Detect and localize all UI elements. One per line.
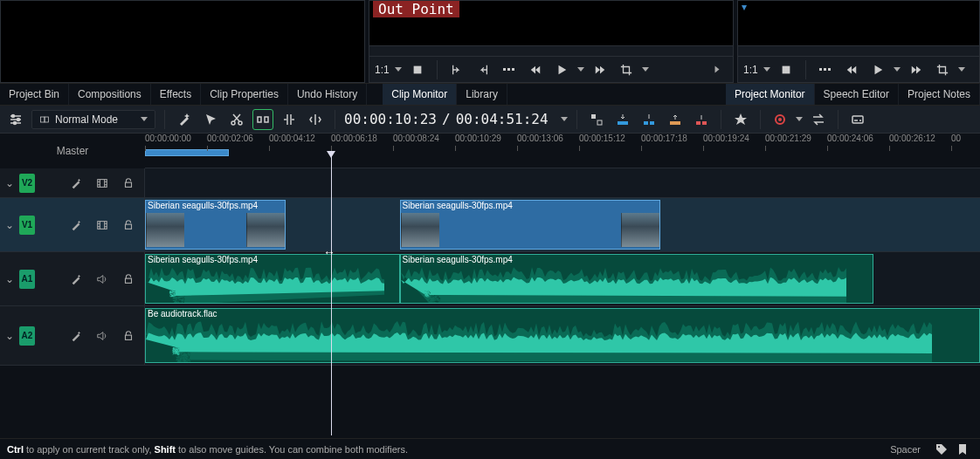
chevron-down-icon[interactable] — [894, 67, 901, 72]
clip[interactable]: Siberian seagulls-30fps.mp4 — [145, 254, 400, 304]
three-dots-icon[interactable] — [499, 59, 520, 80]
chevron-right-icon[interactable] — [707, 59, 728, 80]
zone-icon[interactable] — [586, 109, 607, 130]
monitor-ruler[interactable] — [369, 45, 733, 56]
forward-icon[interactable] — [590, 59, 611, 80]
speaker-icon[interactable] — [92, 269, 113, 290]
razor-icon[interactable] — [226, 109, 247, 130]
track-lane[interactable]: Siberian seagulls-30fps.mp4Siberian seag… — [145, 198, 980, 251]
play-icon[interactable] — [551, 59, 572, 80]
track-header[interactable]: ⌄A2 — [0, 306, 145, 365]
track-lane[interactable]: Be audiotrack.flac — [145, 306, 980, 365]
master-label[interactable]: Master — [0, 134, 145, 168]
track-header[interactable]: ⌄V1 — [0, 198, 145, 251]
effects-icon[interactable] — [66, 325, 86, 346]
record-icon[interactable] — [770, 109, 790, 130]
clip[interactable]: Siberian seagulls-30fps.mp4 — [145, 200, 286, 250]
ruler-tick: 00:00:21:29 — [765, 134, 811, 143]
monitor-controls: 1:1 — [369, 56, 733, 82]
track-header[interactable]: ⌄A1 — [0, 252, 145, 305]
tab-effects[interactable]: Effects — [151, 84, 201, 105]
stop-icon[interactable] — [776, 59, 797, 80]
effects-icon[interactable] — [66, 215, 86, 236]
tab-project-monitor[interactable]: Project Monitor — [726, 84, 815, 105]
lock-icon[interactable] — [118, 215, 139, 236]
film-icon[interactable] — [92, 215, 113, 236]
clip[interactable]: Siberian seagulls-30fps.mp4 — [400, 200, 660, 250]
monitor-preview[interactable] — [1, 1, 364, 82]
track-badge[interactable]: A1 — [19, 270, 35, 289]
expand-icon[interactable]: ⌄ — [5, 219, 14, 231]
expand-icon[interactable]: ⌄ — [5, 330, 14, 342]
chevron-down-icon[interactable] — [395, 67, 402, 72]
tab-undo-history[interactable]: Undo History — [288, 84, 367, 105]
bookmark-icon[interactable] — [952, 439, 973, 460]
timeline-ruler[interactable]: 00:00:00:0000:00:02:0600:00:04:1200:00:0… — [145, 134, 980, 168]
settings-icon[interactable] — [5, 109, 26, 130]
monitor-ruler[interactable] — [738, 45, 979, 56]
monitor-preview[interactable]: Out Point — [369, 1, 733, 45]
lock-icon[interactable] — [118, 173, 139, 194]
tab-clip-properties[interactable]: Clip Properties — [201, 84, 288, 105]
chevron-down-icon[interactable] — [577, 67, 584, 72]
ripple-icon[interactable] — [279, 109, 300, 130]
tag-icon[interactable] — [931, 439, 952, 460]
expand-icon[interactable]: ⌄ — [5, 273, 14, 285]
lock-icon[interactable] — [118, 325, 139, 346]
monitor-preview[interactable]: ▾ — [738, 1, 979, 45]
ruler-tick: 00:00:15:12 — [579, 134, 625, 143]
swap-icon[interactable] — [808, 109, 829, 130]
lock-icon[interactable] — [118, 269, 139, 290]
edit-mode-combo[interactable]: Normal Mode — [31, 110, 155, 129]
playhead[interactable] — [331, 156, 332, 435]
chevron-down-icon[interactable] — [796, 117, 803, 121]
favorite-icon[interactable] — [730, 109, 751, 130]
slip-icon[interactable] — [305, 109, 326, 130]
crop-icon[interactable] — [616, 59, 637, 80]
pointer-icon[interactable] — [200, 109, 221, 130]
clip[interactable]: Siberian seagulls-30fps.mp4 — [400, 254, 873, 304]
chevron-down-icon[interactable] — [763, 67, 770, 72]
track-badge[interactable]: V1 — [19, 216, 35, 235]
track-lane[interactable] — [145, 168, 980, 197]
three-dots-icon[interactable] — [815, 59, 836, 80]
effects-icon[interactable] — [66, 173, 86, 194]
tab-project-bin[interactable]: Project Bin — [0, 84, 69, 105]
lift-icon[interactable] — [691, 109, 712, 130]
track-lane[interactable]: Siberian seagulls-30fps.mp4Siberian seag… — [145, 252, 980, 305]
forward-icon[interactable] — [906, 59, 927, 80]
insert-icon[interactable] — [638, 109, 659, 130]
spacer-tool-icon[interactable] — [252, 109, 273, 130]
chevron-down-icon[interactable] — [561, 117, 568, 121]
timecode-current[interactable]: 00:00:10:23 — [344, 111, 437, 127]
svg-rect-21 — [852, 116, 863, 123]
magic-wand-icon[interactable] — [174, 109, 195, 130]
film-icon[interactable] — [92, 173, 113, 194]
set-out-icon[interactable] — [473, 59, 493, 80]
rewind-icon[interactable] — [841, 59, 862, 80]
track-badge[interactable]: A2 — [19, 326, 35, 346]
extract-icon[interactable] — [665, 109, 686, 130]
track-header[interactable]: ⌄V2 — [0, 168, 145, 197]
tab-project-notes[interactable]: Project Notes — [899, 84, 980, 105]
crop-icon[interactable] — [932, 59, 953, 80]
chevron-down-icon[interactable] — [958, 67, 965, 72]
tab-compositions[interactable]: Compositions — [69, 84, 151, 105]
effects-icon[interactable] — [66, 269, 86, 290]
timeline-selection[interactable] — [145, 149, 229, 156]
svg-rect-25 — [126, 224, 132, 229]
track-badge[interactable]: V2 — [19, 174, 35, 193]
tab-clip-monitor[interactable]: Clip Monitor — [383, 84, 457, 105]
stop-icon[interactable] — [407, 59, 428, 80]
set-in-icon[interactable] — [446, 59, 467, 80]
tab-speech-editor[interactable]: Speech Editor — [815, 84, 899, 105]
overwrite-icon[interactable] — [612, 109, 633, 130]
chevron-down-icon[interactable] — [642, 67, 649, 72]
subtitle-icon[interactable] — [847, 109, 868, 130]
tab-library[interactable]: Library — [457, 84, 507, 105]
expand-icon[interactable]: ⌄ — [5, 177, 14, 189]
speaker-icon[interactable] — [92, 325, 113, 346]
clip[interactable]: Be audiotrack.flac — [145, 308, 980, 363]
rewind-icon[interactable] — [525, 59, 546, 80]
play-icon[interactable] — [867, 59, 888, 80]
